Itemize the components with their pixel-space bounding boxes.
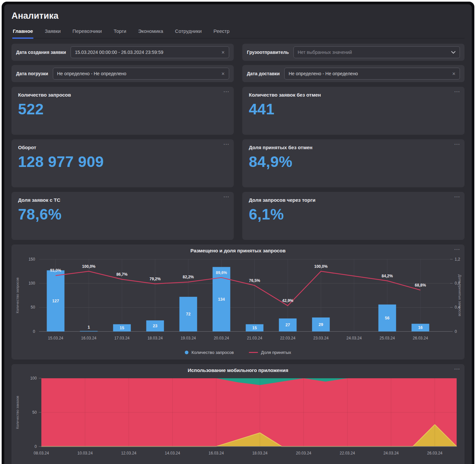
- filter-value: 15.03.2024 00:00:00 - 26.03.2024 23:59:5…: [75, 50, 218, 55]
- svg-text:0: 0: [33, 329, 35, 334]
- tab-perevozchiki[interactable]: Перевозчики: [72, 26, 102, 38]
- more-menu-icon[interactable]: ⋯: [454, 194, 460, 200]
- kpi-value: 6,1%: [249, 205, 458, 223]
- filter-value: Не определено - Не определено: [57, 71, 218, 76]
- chevron-down-icon[interactable]: [451, 50, 456, 55]
- svg-text:84,2%: 84,2%: [382, 274, 393, 278]
- kpi-title: Количество заявок без отмен: [249, 92, 458, 98]
- svg-text:42,9%: 42,9%: [282, 298, 293, 303]
- svg-text:18.03.24: 18.03.24: [252, 451, 268, 455]
- clear-icon[interactable]: ✕: [221, 72, 225, 76]
- svg-text:0: 0: [34, 444, 37, 449]
- svg-text:68,8%: 68,8%: [415, 283, 426, 288]
- kpi-card-orders-with-vehicle-share: ⋯Доля заявок с ТС78,6%: [11, 192, 234, 240]
- more-menu-icon[interactable]: ⋯: [223, 89, 229, 95]
- svg-text:79,2%: 79,2%: [149, 277, 161, 281]
- svg-text:100,0%: 100,0%: [314, 264, 328, 269]
- tab-sotrudniki[interactable]: Сотрудники: [174, 26, 202, 38]
- bars: [47, 267, 429, 331]
- tab-zayavki[interactable]: Заявки: [44, 26, 61, 38]
- svg-text:15: 15: [120, 326, 124, 330]
- window-frame: Аналитика ГлавноеЗаявкиПеревозчикиТоргиЭ…: [2, 2, 474, 464]
- svg-text:86,7%: 86,7%: [116, 272, 127, 277]
- dashboard-content: Аналитика ГлавноеЗаявкиПеревозчикиТоргиЭ…: [4, 4, 472, 464]
- svg-text:100,0%: 100,0%: [82, 264, 96, 269]
- kpi-card-auction-requests-share: ⋯Доля запросов через торги6,1%: [242, 192, 465, 240]
- kpi-title: Оборот: [18, 145, 227, 150]
- kpi-card-requests-count: ⋯Количество запросов522: [11, 87, 234, 135]
- delivery-date-input[interactable]: Не определено - Не определено✕: [284, 68, 460, 80]
- bar-value-labels: 12711523721341527295616: [52, 297, 423, 330]
- tabs: ГлавноеЗаявкиПеревозчикиТоргиЭкономикаСо…: [11, 26, 465, 38]
- kpi-card-turnover: ⋯Оборот128 977 909: [11, 139, 234, 187]
- clear-icon[interactable]: ✕: [221, 50, 225, 55]
- svg-text:24.03.24: 24.03.24: [346, 336, 362, 340]
- filter-label: Грузоотправитель: [247, 50, 289, 55]
- svg-text:18.03.24: 18.03.24: [147, 336, 163, 340]
- svg-text:20.03.24: 20.03.24: [296, 451, 312, 455]
- legend-item: Количество запросов: [185, 350, 234, 355]
- svg-text:27: 27: [286, 323, 290, 327]
- svg-text:26.03.24: 26.03.24: [413, 336, 428, 340]
- svg-text:82,2%: 82,2%: [183, 275, 194, 279]
- svg-text:89,6%: 89,6%: [216, 270, 227, 275]
- svg-text:17.03.24: 17.03.24: [114, 336, 130, 340]
- tab-torgi[interactable]: Торги: [113, 26, 127, 38]
- svg-text:127: 127: [52, 299, 59, 303]
- svg-text:20.03.24: 20.03.24: [214, 336, 229, 340]
- svg-text:08.03.24: 08.03.24: [34, 451, 49, 455]
- combo-chart-card: ⋯ Размещено и доля принятых запросов 050…: [11, 244, 465, 360]
- svg-text:16: 16: [418, 325, 423, 330]
- svg-text:22.03.24: 22.03.24: [340, 451, 355, 455]
- svg-text:1,2: 1,2: [455, 257, 460, 262]
- kpi-title: Количество запросов: [18, 92, 227, 98]
- line-percent-labels: 93,0%100,0%86,7%79,2%82,2%89,6%76,5%42,9…: [50, 264, 426, 303]
- legend-line-swatch: [249, 352, 258, 353]
- filter-value: Не определено - Не определено: [289, 71, 449, 76]
- filter-label: Дата создания заявки: [16, 50, 66, 55]
- svg-text:21.03.24: 21.03.24: [247, 336, 262, 340]
- kpi-value: 84,9%: [249, 153, 458, 171]
- svg-text:14.03.24: 14.03.24: [165, 451, 180, 455]
- more-menu-icon[interactable]: ⋯: [454, 89, 460, 95]
- svg-text:26.03.24: 26.03.24: [427, 451, 443, 455]
- kpi-grid: ⋯Количество запросов522⋯Количество заяво…: [11, 87, 465, 240]
- area-chart-card: ⋯ Использование мобильного приложения 05…: [11, 364, 465, 464]
- creation-date-input[interactable]: 15.03.2024 00:00:00 - 26.03.2024 23:59:5…: [71, 46, 229, 58]
- filter-creation-date: Дата создания заявки15.03.2024 00:00:00 …: [11, 44, 234, 61]
- more-menu-icon[interactable]: ⋯: [223, 194, 229, 200]
- svg-text:19.03.24: 19.03.24: [181, 336, 196, 340]
- legend-label: Доля принятых: [261, 350, 291, 355]
- left-axis-title: Количество заказов: [15, 396, 19, 429]
- svg-text:50: 50: [31, 305, 35, 310]
- svg-text:15: 15: [252, 326, 257, 330]
- kpi-value: 522: [18, 100, 227, 118]
- more-menu-icon[interactable]: ⋯: [223, 141, 229, 147]
- kpi-card-accepted-share: ⋯Доля принятых без отмен84,9%: [242, 139, 465, 187]
- svg-text:93,0%: 93,0%: [50, 268, 61, 273]
- shipper-input[interactable]: Нет выбранных значений: [293, 46, 460, 58]
- kpi-title: Доля заявок с ТС: [18, 197, 227, 203]
- more-menu-icon[interactable]: ⋯: [454, 246, 460, 252]
- filter-value: Нет выбранных значений: [298, 50, 448, 55]
- more-menu-icon[interactable]: ⋯: [454, 366, 460, 372]
- legend-item: Доля принятых: [249, 350, 291, 355]
- area-chart: 05010008.03.2410.03.2412.03.2414.03.2416…: [13, 373, 463, 464]
- accepted-share-line: [55, 271, 420, 306]
- svg-text:16.03.24: 16.03.24: [208, 451, 224, 455]
- loading-date-input[interactable]: Не определено - Не определено✕: [53, 68, 229, 80]
- svg-text:72: 72: [186, 312, 191, 316]
- clear-icon[interactable]: ✕: [452, 72, 456, 76]
- kpi-value: 78,6%: [18, 205, 227, 223]
- right-axis-title: Доля принятых запросов: [458, 274, 462, 316]
- svg-text:23: 23: [153, 324, 158, 328]
- dashboard: Аналитика ГлавноеЗаявкиПеревозчикиТоргиЭ…: [4, 4, 472, 464]
- filters: Дата создания заявки15.03.2024 00:00:00 …: [11, 44, 465, 82]
- tab-glavnoe[interactable]: Главное: [12, 26, 33, 38]
- more-menu-icon[interactable]: ⋯: [454, 141, 460, 147]
- tab-reestr[interactable]: Реестр: [213, 26, 230, 38]
- svg-text:22.03.24: 22.03.24: [280, 336, 295, 340]
- svg-text:1: 1: [88, 325, 90, 330]
- tab-ekonomika[interactable]: Экономика: [138, 26, 164, 38]
- svg-text:76,5%: 76,5%: [249, 278, 260, 283]
